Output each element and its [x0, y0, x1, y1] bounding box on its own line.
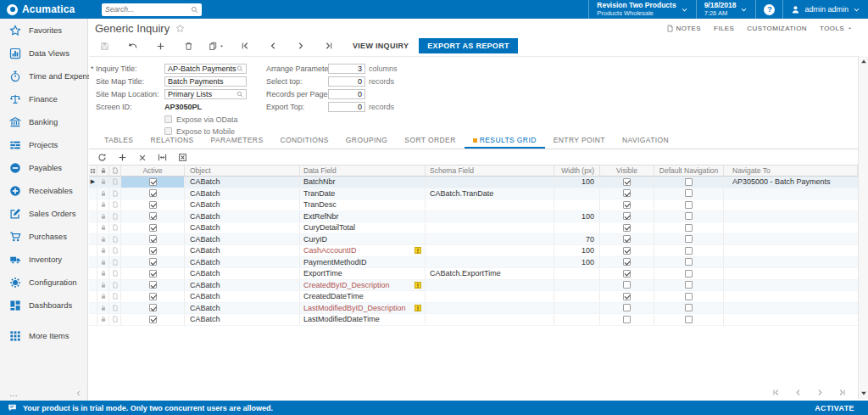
row-selector-cell[interactable] — [89, 303, 97, 314]
visible-checkbox[interactable] — [623, 281, 631, 289]
row-selector-cell[interactable] — [89, 314, 97, 325]
cell-data-field[interactable]: CreatedDateTime — [300, 291, 426, 302]
page-last-icon[interactable] — [838, 389, 846, 396]
default-navigation-checkbox[interactable] — [685, 293, 693, 300]
sidebar-item-purchases[interactable]: Purchases — [0, 225, 87, 248]
active-checkbox[interactable] — [149, 247, 157, 255]
default-navigation-checkbox[interactable] — [685, 304, 693, 311]
cell-object[interactable]: CABatch — [185, 188, 300, 199]
column-header-default-navigation[interactable]: Default Navigation — [654, 165, 724, 176]
row-selector-cell[interactable] — [89, 199, 97, 210]
cell-schema-field[interactable] — [426, 257, 554, 268]
default-navigation-checkbox[interactable] — [685, 189, 693, 197]
global-search[interactable] — [102, 3, 202, 16]
visible-checkbox[interactable] — [623, 293, 631, 300]
cell-object[interactable]: CABatch — [185, 303, 300, 314]
row-selector-cell[interactable] — [89, 211, 97, 222]
cell-width[interactable] — [554, 268, 600, 279]
page-first-icon[interactable] — [772, 389, 780, 396]
cell-schema-field[interactable] — [426, 291, 554, 302]
column-header-width[interactable]: Width (px) — [554, 165, 600, 176]
active-checkbox[interactable] — [149, 235, 157, 243]
cell-navigate-to[interactable] — [724, 314, 858, 325]
cell-schema-field[interactable] — [426, 303, 554, 314]
active-checkbox[interactable] — [149, 212, 157, 220]
cell-data-field[interactable]: CashAccountID! — [300, 245, 426, 256]
clipboard-button[interactable] — [208, 39, 225, 53]
cell-width[interactable] — [554, 314, 600, 325]
cell-navigate-to[interactable] — [724, 222, 858, 233]
column-header-navigate-to[interactable]: Navigate To — [724, 165, 858, 176]
cell-object[interactable]: CABatch — [185, 280, 300, 291]
cell-data-field[interactable]: CuryID — [300, 234, 426, 245]
active-checkbox[interactable] — [149, 316, 157, 323]
active-checkbox[interactable] — [149, 270, 157, 278]
tab-navigation[interactable]: NAVIGATION — [614, 136, 677, 149]
active-checkbox[interactable] — [149, 293, 157, 300]
cell-data-field[interactable]: LastModifiedByID_Description! — [300, 303, 426, 314]
default-navigation-checkbox[interactable] — [685, 178, 693, 186]
row-selector-cell[interactable] — [89, 245, 97, 256]
cell-width[interactable] — [554, 222, 600, 233]
active-checkbox[interactable] — [149, 281, 157, 289]
sidebar-item-inventory[interactable]: Inventory — [0, 248, 87, 271]
scroll-down-icon[interactable] — [860, 389, 868, 397]
row-selector-cell[interactable] — [89, 257, 97, 268]
row-selector-cell[interactable] — [89, 280, 97, 291]
grid-row[interactable]: CABatch TranDesc — [89, 199, 858, 211]
cell-navigate-to[interactable] — [724, 188, 858, 199]
delete-row-icon[interactable] — [138, 154, 147, 162]
cell-width[interactable]: 100 — [554, 257, 600, 268]
grid-row[interactable]: CABatch CuryDetailTotal — [89, 222, 858, 234]
cell-navigate-to[interactable] — [724, 280, 858, 291]
cell-data-field[interactable]: CuryDetailTotal — [300, 222, 426, 233]
records-per-page-field[interactable]: 0 — [328, 89, 365, 99]
go-first-button[interactable] — [236, 39, 253, 53]
undo-button[interactable] — [124, 39, 142, 53]
sidebar-item-receivables[interactable]: Receivables — [0, 179, 87, 202]
cell-schema-field[interactable]: CABatch.ExportTime — [426, 268, 554, 279]
cell-schema-field[interactable]: CABatch.TranDate — [426, 188, 554, 199]
tenant-selector[interactable]: Revision Two Products Products Wholesale — [588, 0, 695, 19]
sidebar-more-icon[interactable]: … — [9, 389, 19, 398]
sidebar-item-finance[interactable]: Finance — [0, 87, 87, 110]
notes-button[interactable]: NOTES — [666, 25, 702, 32]
default-navigation-checkbox[interactable] — [685, 258, 693, 266]
grid-row[interactable]: CABatch TranDate CABatch.TranDate — [89, 188, 858, 200]
cell-schema-field[interactable] — [426, 245, 554, 256]
grid-row[interactable]: CABatch ExportTime CABatch.ExportTime — [89, 268, 858, 280]
sidebar-item-configuration[interactable]: Configuration — [0, 271, 87, 294]
cell-width[interactable] — [554, 291, 600, 302]
user-menu[interactable]: admin admin — [782, 0, 868, 19]
cell-navigate-to[interactable] — [724, 199, 858, 210]
cell-object[interactable]: CABatch — [185, 177, 300, 188]
cell-width[interactable]: 100 — [554, 177, 600, 188]
page-next-icon[interactable] — [816, 389, 824, 396]
cell-navigate-to[interactable] — [724, 291, 858, 302]
grid-row[interactable]: CABatch CashAccountID! 100 — [89, 245, 858, 257]
default-navigation-checkbox[interactable] — [685, 316, 693, 323]
cell-navigate-to[interactable] — [724, 245, 858, 256]
tab-parameters[interactable]: PARAMETERS — [203, 136, 272, 149]
column-header-data-field[interactable]: Data Field — [300, 165, 426, 176]
grid-row[interactable]: CABatch CuryID 70 — [89, 234, 858, 246]
default-navigation-checkbox[interactable] — [685, 270, 693, 278]
grid-row[interactable]: CABatch ExtRefNbr 100 — [89, 211, 858, 223]
column-header-object[interactable]: Object — [185, 165, 300, 176]
cell-width[interactable]: 100 — [554, 245, 600, 256]
cell-schema-field[interactable] — [426, 280, 554, 291]
visible-checkbox[interactable] — [623, 235, 631, 243]
screen-id-value[interactable]: AP3050PL — [164, 103, 202, 111]
active-checkbox[interactable] — [149, 189, 157, 197]
sidebar-item-more-items[interactable]: More Items — [0, 324, 87, 347]
cell-schema-field[interactable] — [426, 222, 554, 233]
files-button[interactable]: FILES — [714, 25, 734, 32]
column-header-schema-field[interactable]: Schema Field — [426, 165, 554, 176]
cell-object[interactable]: CABatch — [185, 268, 300, 279]
cell-object[interactable]: CABatch — [185, 291, 300, 302]
export-as-report-button[interactable]: EXPORT AS REPORT — [419, 38, 517, 53]
column-header-active[interactable]: Active — [121, 165, 185, 176]
active-checkbox[interactable] — [149, 201, 157, 209]
visible-checkbox[interactable] — [623, 316, 631, 323]
cell-object[interactable]: CABatch — [185, 314, 300, 325]
